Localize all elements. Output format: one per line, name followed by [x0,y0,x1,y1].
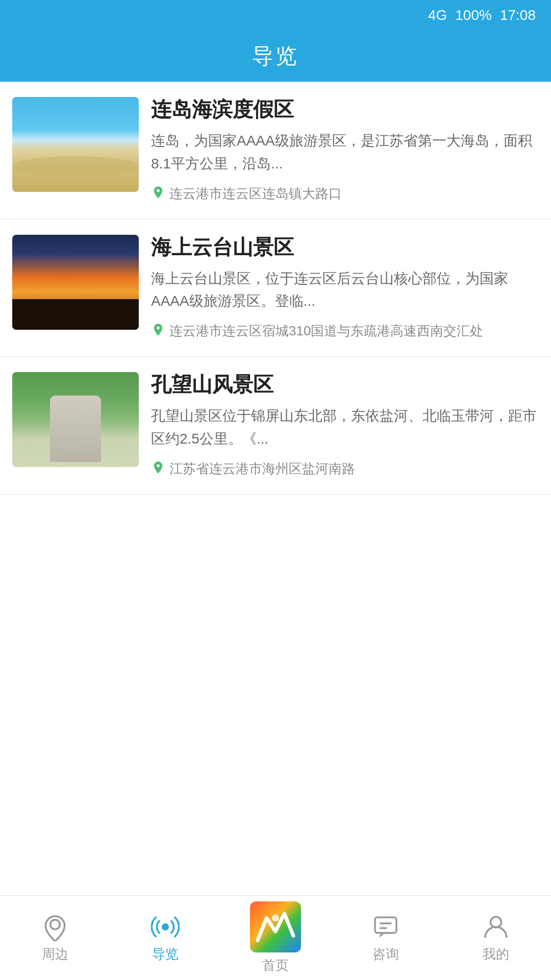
tab-guide-label: 导览 [152,945,179,963]
svg-point-2 [272,915,279,922]
tab-guide[interactable]: 导览 [110,896,220,980]
tab-nearby-label: 周边 [42,945,68,963]
item-title: 连岛海滨度假区 [151,97,539,121]
address-text: 连云港市连云区宿城310国道与东疏港高速西南交汇处 [169,321,483,341]
signal-text: 4G [428,7,447,23]
location-icon [151,185,165,200]
tab-mine-label: 我的 [483,945,509,963]
broadcast-tab-icon [151,913,180,941]
item-content-3: 孔望山风景区 孔望山景区位于锦屏山东北部，东依盐河、北临玉带河，距市区约2.5公… [139,372,539,479]
tab-consult[interactable]: 咨询 [331,896,441,980]
item-desc: 孔望山景区位于锦屏山东北部，东依盐河、北临玉带河，距市区约2.5公里。《... [151,405,539,451]
svg-point-0 [51,920,60,929]
item-image-sunset [12,235,139,330]
person-tab-icon [482,913,510,941]
chat-tab-icon [371,913,400,941]
status-bar: 4G 100% 17:08 [0,0,551,31]
list-item[interactable]: 连岛海滨度假区 连岛，为国家AAAA级旅游景区，是江苏省第一大海岛，面积8.1平… [0,82,551,219]
tab-bar: 周边 导览 首页 咨询 [0,895,551,980]
list-item[interactable]: 孔望山风景区 孔望山景区位于锦屏山东北部，东依盐河、北临玉带河，距市区约2.5公… [0,357,551,495]
page-header: 导览 [0,31,551,82]
location-icon [151,460,165,475]
item-desc: 连岛，为国家AAAA级旅游景区，是江苏省第一大海岛，面积8.1平方公里，沿岛..… [151,130,539,176]
content-list: 连岛海滨度假区 连岛，为国家AAAA级旅游景区，是江苏省第一大海岛，面积8.1平… [0,82,551,495]
tab-home[interactable]: 首页 [220,896,331,980]
item-desc: 海上云台山景区，位于连云区后云台山核心部位，为国家AAAA级旅游景区。登临... [151,267,539,313]
svg-point-1 [162,923,169,930]
item-address: 江苏省连云港市海州区盐河南路 [151,459,539,479]
tab-home-label: 首页 [262,957,289,974]
location-icon [151,323,165,337]
address-text: 江苏省连云港市海州区盐河南路 [169,459,355,479]
item-title: 孔望山风景区 [151,372,539,397]
page-title: 导览 [252,42,299,70]
item-image-statue [12,372,139,467]
home-logo-icon [250,901,301,952]
list-item[interactable]: 海上云台山景区 海上云台山景区，位于连云区后云台山核心部位，为国家AAAA级旅游… [0,219,551,357]
item-image-beach [12,97,139,192]
item-content-1: 连岛海滨度假区 连岛，为国家AAAA级旅游景区，是江苏省第一大海岛，面积8.1平… [139,97,539,204]
item-title: 海上云台山景区 [151,235,539,259]
address-text: 连云港市连云区连岛镇大路口 [169,184,342,204]
time-text: 17:08 [500,7,536,23]
battery-text: 100% [455,7,492,23]
tab-nearby[interactable]: 周边 [0,896,110,980]
svg-rect-3 [375,917,396,933]
item-address: 连云港市连云区连岛镇大路口 [151,184,539,204]
svg-point-6 [491,917,502,927]
item-address: 连云港市连云区宿城310国道与东疏港高速西南交汇处 [151,321,539,341]
tab-consult-label: 咨询 [372,945,399,963]
location-tab-icon [41,913,69,941]
item-content-2: 海上云台山景区 海上云台山景区，位于连云区后云台山核心部位，为国家AAAA级旅游… [139,235,539,341]
tab-mine[interactable]: 我的 [441,896,551,980]
